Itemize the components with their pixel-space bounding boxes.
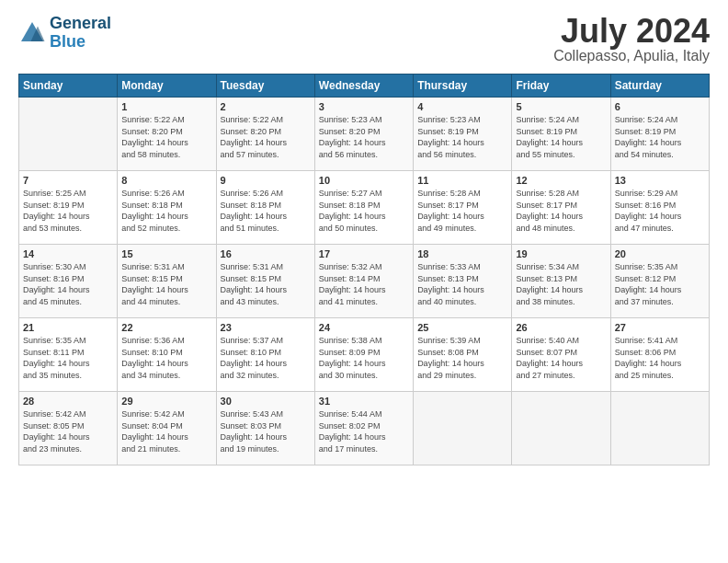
day-info: Sunrise: 5:38 AM Sunset: 8:09 PM Dayligh…	[319, 335, 409, 381]
calendar-cell: 18Sunrise: 5:33 AM Sunset: 8:13 PM Dayli…	[414, 245, 512, 318]
day-number: 19	[516, 248, 606, 259]
day-number: 29	[121, 396, 211, 407]
day-info: Sunrise: 5:23 AM Sunset: 8:19 PM Dayligh…	[417, 114, 507, 160]
day-info: Sunrise: 5:43 AM Sunset: 8:03 PM Dayligh…	[221, 408, 311, 454]
day-info: Sunrise: 5:35 AM Sunset: 8:12 PM Dayligh…	[615, 261, 705, 307]
calendar-cell	[610, 392, 709, 465]
day-number: 23	[221, 322, 311, 333]
month-title: July 2024	[553, 15, 710, 48]
calendar-cell: 24Sunrise: 5:38 AM Sunset: 8:09 PM Dayli…	[314, 318, 413, 392]
day-number: 3	[319, 101, 409, 112]
day-number: 7	[23, 175, 113, 186]
header-monday: Monday	[118, 75, 216, 98]
day-info: Sunrise: 5:42 AM Sunset: 8:04 PM Dayligh…	[121, 408, 211, 454]
day-number: 27	[615, 322, 705, 333]
calendar-cell: 2Sunrise: 5:22 AM Sunset: 8:20 PM Daylig…	[216, 98, 314, 171]
calendar-cell: 4Sunrise: 5:23 AM Sunset: 8:19 PM Daylig…	[414, 98, 512, 171]
calendar-cell: 21Sunrise: 5:35 AM Sunset: 8:11 PM Dayli…	[19, 318, 118, 392]
day-number: 20	[615, 248, 705, 259]
day-info: Sunrise: 5:22 AM Sunset: 8:20 PM Dayligh…	[121, 114, 211, 160]
day-number: 6	[615, 101, 705, 112]
calendar-cell: 17Sunrise: 5:32 AM Sunset: 8:14 PM Dayli…	[314, 245, 413, 318]
day-info: Sunrise: 5:44 AM Sunset: 8:02 PM Dayligh…	[319, 408, 409, 454]
calendar-cell: 16Sunrise: 5:31 AM Sunset: 8:15 PM Dayli…	[216, 245, 314, 318]
day-info: Sunrise: 5:29 AM Sunset: 8:16 PM Dayligh…	[615, 188, 705, 234]
header-saturday: Saturday	[610, 75, 709, 98]
calendar-cell: 14Sunrise: 5:30 AM Sunset: 8:16 PM Dayli…	[19, 245, 118, 318]
header-tuesday: Tuesday	[216, 75, 314, 98]
day-info: Sunrise: 5:25 AM Sunset: 8:19 PM Dayligh…	[23, 188, 113, 234]
day-number: 21	[23, 322, 113, 333]
day-info: Sunrise: 5:24 AM Sunset: 8:19 PM Dayligh…	[516, 114, 606, 160]
day-info: Sunrise: 5:31 AM Sunset: 8:15 PM Dayligh…	[121, 261, 211, 307]
calendar-cell: 9Sunrise: 5:26 AM Sunset: 8:18 PM Daylig…	[216, 171, 314, 245]
day-info: Sunrise: 5:37 AM Sunset: 8:10 PM Dayligh…	[221, 335, 311, 381]
week-row-4: 21Sunrise: 5:35 AM Sunset: 8:11 PM Dayli…	[19, 318, 710, 392]
day-info: Sunrise: 5:26 AM Sunset: 8:18 PM Dayligh…	[221, 188, 311, 234]
calendar-cell: 29Sunrise: 5:42 AM Sunset: 8:04 PM Dayli…	[118, 392, 216, 465]
header-thursday: Thursday	[414, 75, 512, 98]
calendar-table: SundayMondayTuesdayWednesdayThursdayFrid…	[18, 74, 710, 465]
calendar-cell: 19Sunrise: 5:34 AM Sunset: 8:13 PM Dayli…	[512, 245, 610, 318]
location: Collepasso, Apulia, Italy	[553, 48, 710, 64]
day-number: 2	[221, 101, 311, 112]
day-info: Sunrise: 5:34 AM Sunset: 8:13 PM Dayligh…	[516, 261, 606, 307]
calendar-header-row: SundayMondayTuesdayWednesdayThursdayFrid…	[19, 75, 710, 98]
calendar-cell: 6Sunrise: 5:24 AM Sunset: 8:19 PM Daylig…	[610, 98, 709, 171]
week-row-3: 14Sunrise: 5:30 AM Sunset: 8:16 PM Dayli…	[19, 245, 710, 318]
day-info: Sunrise: 5:40 AM Sunset: 8:07 PM Dayligh…	[516, 335, 606, 381]
calendar-cell	[414, 392, 512, 465]
header-friday: Friday	[512, 75, 610, 98]
day-info: Sunrise: 5:31 AM Sunset: 8:15 PM Dayligh…	[221, 261, 311, 307]
calendar-cell: 23Sunrise: 5:37 AM Sunset: 8:10 PM Dayli…	[216, 318, 314, 392]
calendar-cell: 5Sunrise: 5:24 AM Sunset: 8:19 PM Daylig…	[512, 98, 610, 171]
day-number: 1	[121, 101, 211, 112]
calendar-cell	[512, 392, 610, 465]
calendar-cell: 7Sunrise: 5:25 AM Sunset: 8:19 PM Daylig…	[19, 171, 118, 245]
calendar-cell: 13Sunrise: 5:29 AM Sunset: 8:16 PM Dayli…	[610, 171, 709, 245]
logo-icon	[18, 19, 46, 47]
week-row-1: 1Sunrise: 5:22 AM Sunset: 8:20 PM Daylig…	[19, 98, 710, 171]
calendar-cell: 20Sunrise: 5:35 AM Sunset: 8:12 PM Dayli…	[610, 245, 709, 318]
day-info: Sunrise: 5:28 AM Sunset: 8:17 PM Dayligh…	[516, 188, 606, 234]
day-info: Sunrise: 5:30 AM Sunset: 8:16 PM Dayligh…	[23, 261, 113, 307]
calendar-cell: 22Sunrise: 5:36 AM Sunset: 8:10 PM Dayli…	[118, 318, 216, 392]
title-block: July 2024 Collepasso, Apulia, Italy	[553, 15, 710, 64]
day-number: 4	[417, 101, 507, 112]
page-header: General Blue July 2024 Collepasso, Apuli…	[18, 15, 710, 64]
calendar-cell: 30Sunrise: 5:43 AM Sunset: 8:03 PM Dayli…	[216, 392, 314, 465]
day-number: 17	[319, 248, 409, 259]
day-info: Sunrise: 5:39 AM Sunset: 8:08 PM Dayligh…	[417, 335, 507, 381]
day-number: 28	[23, 396, 113, 407]
calendar-cell: 12Sunrise: 5:28 AM Sunset: 8:17 PM Dayli…	[512, 171, 610, 245]
day-number: 16	[221, 248, 311, 259]
header-wednesday: Wednesday	[314, 75, 413, 98]
day-number: 14	[23, 248, 113, 259]
day-number: 10	[319, 175, 409, 186]
day-info: Sunrise: 5:42 AM Sunset: 8:05 PM Dayligh…	[23, 408, 113, 454]
week-row-5: 28Sunrise: 5:42 AM Sunset: 8:05 PM Dayli…	[19, 392, 710, 465]
day-number: 13	[615, 175, 705, 186]
day-info: Sunrise: 5:36 AM Sunset: 8:10 PM Dayligh…	[121, 335, 211, 381]
logo: General Blue	[18, 15, 111, 52]
day-number: 9	[221, 175, 311, 186]
calendar-cell: 1Sunrise: 5:22 AM Sunset: 8:20 PM Daylig…	[118, 98, 216, 171]
day-info: Sunrise: 5:28 AM Sunset: 8:17 PM Dayligh…	[417, 188, 507, 234]
day-number: 25	[417, 322, 507, 333]
day-number: 8	[121, 175, 211, 186]
day-number: 24	[319, 322, 409, 333]
day-info: Sunrise: 5:32 AM Sunset: 8:14 PM Dayligh…	[319, 261, 409, 307]
header-sunday: Sunday	[19, 75, 118, 98]
calendar-cell: 15Sunrise: 5:31 AM Sunset: 8:15 PM Dayli…	[118, 245, 216, 318]
day-number: 31	[319, 396, 409, 407]
day-number: 11	[417, 175, 507, 186]
day-info: Sunrise: 5:35 AM Sunset: 8:11 PM Dayligh…	[23, 335, 113, 381]
day-number: 26	[516, 322, 606, 333]
day-info: Sunrise: 5:24 AM Sunset: 8:19 PM Dayligh…	[615, 114, 705, 160]
calendar-cell: 31Sunrise: 5:44 AM Sunset: 8:02 PM Dayli…	[314, 392, 413, 465]
day-number: 30	[221, 396, 311, 407]
calendar-cell: 11Sunrise: 5:28 AM Sunset: 8:17 PM Dayli…	[414, 171, 512, 245]
calendar-cell: 8Sunrise: 5:26 AM Sunset: 8:18 PM Daylig…	[118, 171, 216, 245]
day-number: 5	[516, 101, 606, 112]
day-info: Sunrise: 5:27 AM Sunset: 8:18 PM Dayligh…	[319, 188, 409, 234]
